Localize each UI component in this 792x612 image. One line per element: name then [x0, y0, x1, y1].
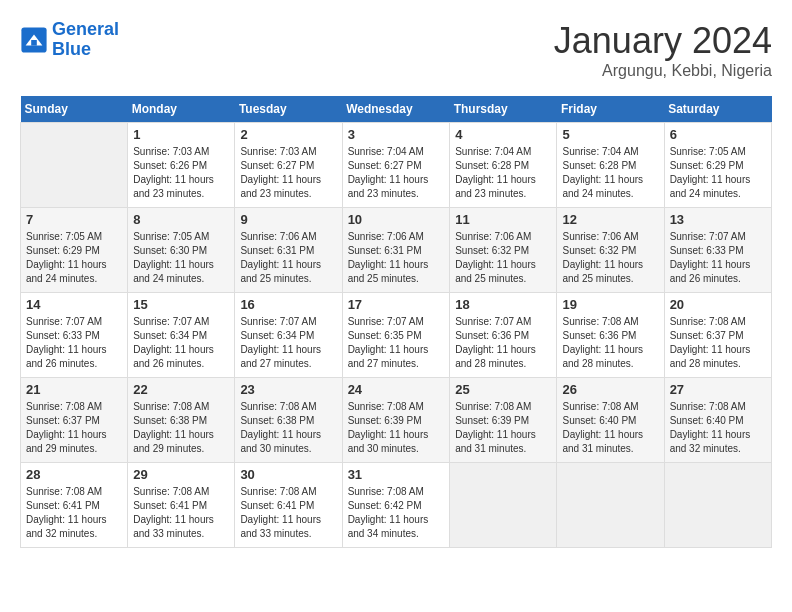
- calendar-cell: 20 Sunrise: 7:08 AM Sunset: 6:37 PM Dayl…: [664, 293, 771, 378]
- day-number: 4: [455, 127, 551, 142]
- day-info: Sunrise: 7:05 AM Sunset: 6:30 PM Dayligh…: [133, 230, 229, 286]
- day-number: 23: [240, 382, 336, 397]
- day-number: 30: [240, 467, 336, 482]
- day-number: 11: [455, 212, 551, 227]
- day-number: 28: [26, 467, 122, 482]
- logo-line1: General: [52, 19, 119, 39]
- day-info: Sunrise: 7:08 AM Sunset: 6:36 PM Dayligh…: [562, 315, 658, 371]
- calendar-cell: [664, 463, 771, 548]
- title-block: January 2024 Argungu, Kebbi, Nigeria: [554, 20, 772, 80]
- day-info: Sunrise: 7:07 AM Sunset: 6:36 PM Dayligh…: [455, 315, 551, 371]
- calendar-cell: 3 Sunrise: 7:04 AM Sunset: 6:27 PM Dayli…: [342, 123, 450, 208]
- calendar-cell: 22 Sunrise: 7:08 AM Sunset: 6:38 PM Dayl…: [128, 378, 235, 463]
- weekday-header-friday: Friday: [557, 96, 664, 123]
- day-number: 18: [455, 297, 551, 312]
- day-number: 19: [562, 297, 658, 312]
- calendar-week-5: 28 Sunrise: 7:08 AM Sunset: 6:41 PM Dayl…: [21, 463, 772, 548]
- calendar-cell: [450, 463, 557, 548]
- weekday-header-sunday: Sunday: [21, 96, 128, 123]
- day-info: Sunrise: 7:06 AM Sunset: 6:32 PM Dayligh…: [455, 230, 551, 286]
- day-info: Sunrise: 7:07 AM Sunset: 6:33 PM Dayligh…: [670, 230, 766, 286]
- day-info: Sunrise: 7:08 AM Sunset: 6:40 PM Dayligh…: [562, 400, 658, 456]
- day-info: Sunrise: 7:03 AM Sunset: 6:27 PM Dayligh…: [240, 145, 336, 201]
- day-number: 10: [348, 212, 445, 227]
- day-info: Sunrise: 7:05 AM Sunset: 6:29 PM Dayligh…: [670, 145, 766, 201]
- calendar-cell: 19 Sunrise: 7:08 AM Sunset: 6:36 PM Dayl…: [557, 293, 664, 378]
- weekday-header-thursday: Thursday: [450, 96, 557, 123]
- day-number: 9: [240, 212, 336, 227]
- day-number: 1: [133, 127, 229, 142]
- day-number: 31: [348, 467, 445, 482]
- calendar-cell: 2 Sunrise: 7:03 AM Sunset: 6:27 PM Dayli…: [235, 123, 342, 208]
- calendar-cell: 11 Sunrise: 7:06 AM Sunset: 6:32 PM Dayl…: [450, 208, 557, 293]
- day-info: Sunrise: 7:08 AM Sunset: 6:42 PM Dayligh…: [348, 485, 445, 541]
- calendar-cell: 1 Sunrise: 7:03 AM Sunset: 6:26 PM Dayli…: [128, 123, 235, 208]
- logo-icon: [20, 26, 48, 54]
- day-info: Sunrise: 7:04 AM Sunset: 6:27 PM Dayligh…: [348, 145, 445, 201]
- day-info: Sunrise: 7:08 AM Sunset: 6:39 PM Dayligh…: [455, 400, 551, 456]
- day-number: 25: [455, 382, 551, 397]
- logo: General Blue: [20, 20, 119, 60]
- day-info: Sunrise: 7:04 AM Sunset: 6:28 PM Dayligh…: [562, 145, 658, 201]
- calendar-cell: [557, 463, 664, 548]
- day-number: 13: [670, 212, 766, 227]
- day-number: 29: [133, 467, 229, 482]
- calendar-week-2: 7 Sunrise: 7:05 AM Sunset: 6:29 PM Dayli…: [21, 208, 772, 293]
- day-number: 17: [348, 297, 445, 312]
- calendar-cell: 23 Sunrise: 7:08 AM Sunset: 6:38 PM Dayl…: [235, 378, 342, 463]
- calendar-cell: 8 Sunrise: 7:05 AM Sunset: 6:30 PM Dayli…: [128, 208, 235, 293]
- calendar-cell: [21, 123, 128, 208]
- calendar-cell: 30 Sunrise: 7:08 AM Sunset: 6:41 PM Dayl…: [235, 463, 342, 548]
- day-number: 14: [26, 297, 122, 312]
- day-info: Sunrise: 7:07 AM Sunset: 6:34 PM Dayligh…: [133, 315, 229, 371]
- calendar-week-4: 21 Sunrise: 7:08 AM Sunset: 6:37 PM Dayl…: [21, 378, 772, 463]
- calendar-week-3: 14 Sunrise: 7:07 AM Sunset: 6:33 PM Dayl…: [21, 293, 772, 378]
- day-number: 15: [133, 297, 229, 312]
- calendar-cell: 4 Sunrise: 7:04 AM Sunset: 6:28 PM Dayli…: [450, 123, 557, 208]
- calendar-cell: 26 Sunrise: 7:08 AM Sunset: 6:40 PM Dayl…: [557, 378, 664, 463]
- day-info: Sunrise: 7:08 AM Sunset: 6:37 PM Dayligh…: [26, 400, 122, 456]
- calendar-cell: 6 Sunrise: 7:05 AM Sunset: 6:29 PM Dayli…: [664, 123, 771, 208]
- calendar-cell: 24 Sunrise: 7:08 AM Sunset: 6:39 PM Dayl…: [342, 378, 450, 463]
- calendar-table: SundayMondayTuesdayWednesdayThursdayFrid…: [20, 96, 772, 548]
- day-number: 3: [348, 127, 445, 142]
- day-info: Sunrise: 7:08 AM Sunset: 6:39 PM Dayligh…: [348, 400, 445, 456]
- day-info: Sunrise: 7:08 AM Sunset: 6:41 PM Dayligh…: [26, 485, 122, 541]
- location: Argungu, Kebbi, Nigeria: [554, 62, 772, 80]
- svg-rect-2: [31, 40, 37, 46]
- calendar-cell: 28 Sunrise: 7:08 AM Sunset: 6:41 PM Dayl…: [21, 463, 128, 548]
- day-info: Sunrise: 7:08 AM Sunset: 6:38 PM Dayligh…: [240, 400, 336, 456]
- day-number: 8: [133, 212, 229, 227]
- day-info: Sunrise: 7:04 AM Sunset: 6:28 PM Dayligh…: [455, 145, 551, 201]
- logo-text: General Blue: [52, 20, 119, 60]
- day-info: Sunrise: 7:03 AM Sunset: 6:26 PM Dayligh…: [133, 145, 229, 201]
- day-number: 5: [562, 127, 658, 142]
- calendar-cell: 29 Sunrise: 7:08 AM Sunset: 6:41 PM Dayl…: [128, 463, 235, 548]
- calendar-cell: 17 Sunrise: 7:07 AM Sunset: 6:35 PM Dayl…: [342, 293, 450, 378]
- calendar-week-1: 1 Sunrise: 7:03 AM Sunset: 6:26 PM Dayli…: [21, 123, 772, 208]
- day-number: 21: [26, 382, 122, 397]
- calendar-cell: 31 Sunrise: 7:08 AM Sunset: 6:42 PM Dayl…: [342, 463, 450, 548]
- calendar-cell: 10 Sunrise: 7:06 AM Sunset: 6:31 PM Dayl…: [342, 208, 450, 293]
- day-info: Sunrise: 7:08 AM Sunset: 6:40 PM Dayligh…: [670, 400, 766, 456]
- calendar-cell: 5 Sunrise: 7:04 AM Sunset: 6:28 PM Dayli…: [557, 123, 664, 208]
- day-number: 26: [562, 382, 658, 397]
- day-number: 27: [670, 382, 766, 397]
- calendar-cell: 21 Sunrise: 7:08 AM Sunset: 6:37 PM Dayl…: [21, 378, 128, 463]
- day-info: Sunrise: 7:06 AM Sunset: 6:31 PM Dayligh…: [348, 230, 445, 286]
- month-title: January 2024: [554, 20, 772, 62]
- calendar-cell: 25 Sunrise: 7:08 AM Sunset: 6:39 PM Dayl…: [450, 378, 557, 463]
- day-number: 2: [240, 127, 336, 142]
- weekday-header-row: SundayMondayTuesdayWednesdayThursdayFrid…: [21, 96, 772, 123]
- day-info: Sunrise: 7:06 AM Sunset: 6:31 PM Dayligh…: [240, 230, 336, 286]
- logo-line2: Blue: [52, 40, 119, 60]
- day-number: 16: [240, 297, 336, 312]
- day-number: 22: [133, 382, 229, 397]
- day-info: Sunrise: 7:05 AM Sunset: 6:29 PM Dayligh…: [26, 230, 122, 286]
- weekday-header-wednesday: Wednesday: [342, 96, 450, 123]
- day-number: 7: [26, 212, 122, 227]
- weekday-header-saturday: Saturday: [664, 96, 771, 123]
- page-header: General Blue January 2024 Argungu, Kebbi…: [20, 20, 772, 80]
- day-number: 12: [562, 212, 658, 227]
- calendar-cell: 14 Sunrise: 7:07 AM Sunset: 6:33 PM Dayl…: [21, 293, 128, 378]
